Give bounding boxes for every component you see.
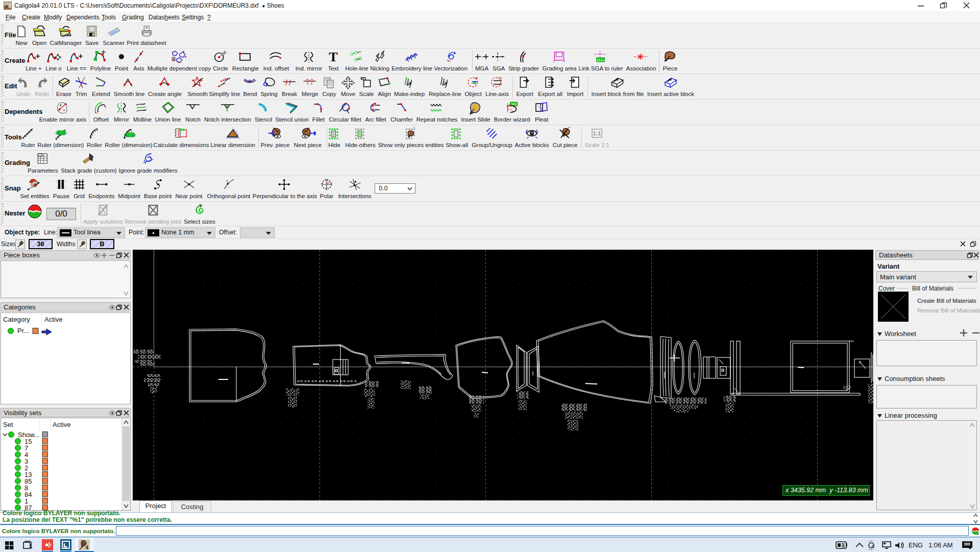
- svg-text:100 mm: 100 mm: [595, 59, 606, 62]
- svg-text:100 mm: 100 mm: [55, 131, 67, 135]
- svg-text:100 mm: 100 mm: [124, 133, 135, 137]
- svg-text:Pr...: Pr...: [17, 327, 29, 334]
- svg-text:4: 4: [8, 4, 11, 9]
- svg-text:T: T: [329, 50, 337, 64]
- svg-text:1:1: 1:1: [593, 130, 601, 136]
- svg-text:4: 4: [85, 544, 89, 550]
